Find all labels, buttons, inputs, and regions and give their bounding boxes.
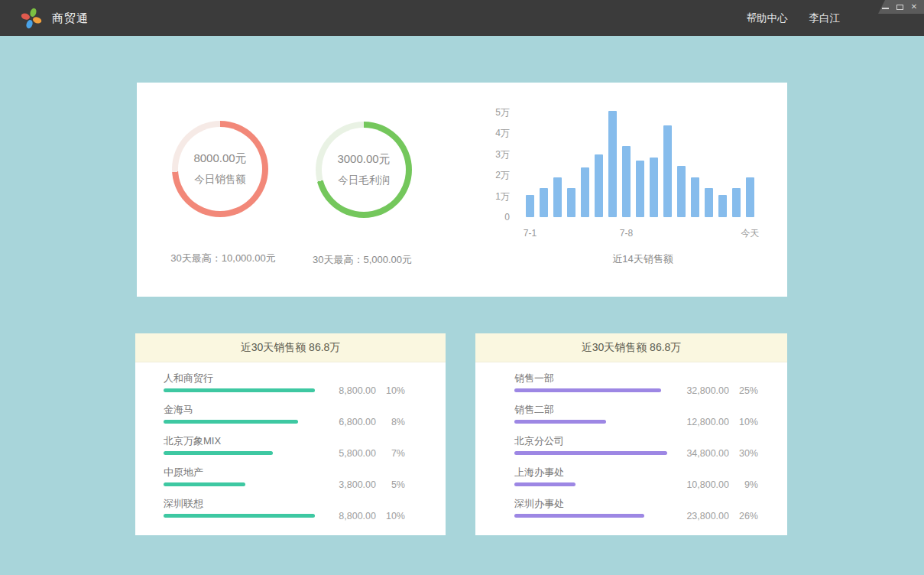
- row-label: 中原地产: [164, 466, 405, 479]
- overview-card: 8000.00元 今日销售额 30天最高：10,000.00元 3000.00元…: [137, 83, 787, 297]
- list-item: 深圳联想8,800.0010%: [164, 498, 405, 529]
- row-label: 金海马: [164, 404, 405, 416]
- user-name-link[interactable]: 李白江: [809, 11, 841, 25]
- row-percent: 10%: [379, 511, 405, 521]
- x-axis-tick: 7-1: [524, 227, 537, 239]
- row-values: 5,800.007%: [316, 448, 405, 459]
- row-percent: 8%: [379, 417, 405, 427]
- progress-track: [514, 388, 667, 392]
- bar: [595, 154, 603, 218]
- progress-bar: [164, 482, 245, 486]
- row-values: 8,800.0010%: [316, 511, 405, 521]
- bar-chart-title: 近14天销售额: [526, 252, 760, 266]
- bar: [540, 188, 548, 218]
- bar: [677, 166, 686, 217]
- row-values: 12,800.0010%: [669, 417, 758, 427]
- help-center-link[interactable]: 帮助中心: [747, 11, 788, 25]
- list-item: 上海办事处10,800.009%: [514, 466, 758, 498]
- progress-track: [514, 482, 667, 486]
- y-axis-tick: 4万: [490, 127, 510, 139]
- bar: [663, 125, 672, 217]
- row-amount: 10,800.00: [669, 479, 729, 490]
- progress-bar: [164, 388, 315, 392]
- row-amount: 23,800.00: [669, 511, 729, 521]
- progress-track: [514, 451, 667, 455]
- row-percent: 10%: [732, 417, 758, 427]
- progress-track: [164, 514, 315, 518]
- row-percent: 10%: [379, 385, 405, 396]
- row-values: 10,800.009%: [669, 479, 758, 490]
- bar: [650, 158, 658, 217]
- bar: [526, 195, 534, 217]
- progress-track: [164, 420, 315, 424]
- sales-bar-chart: 近14天销售额 01万2万3万4万5万7-17-8今天: [490, 106, 773, 281]
- bar: [608, 111, 617, 217]
- progress-bar: [514, 514, 644, 518]
- row-label: 人和商贸行: [164, 372, 405, 385]
- progress-bar: [514, 420, 606, 424]
- bar: [553, 177, 562, 217]
- row-percent: 26%: [732, 511, 758, 521]
- today-profit-donut-center: 3000.00元 今日毛利润: [322, 128, 406, 212]
- row-label: 销售一部: [514, 372, 758, 385]
- progress-bar: [514, 451, 667, 455]
- progress-track: [164, 482, 315, 486]
- app-logo-icon: [20, 7, 43, 30]
- today-sales-value: 8000.00元: [193, 151, 246, 166]
- bar: [691, 177, 699, 217]
- titlebar-menu: 帮助中心 李白江: [747, 0, 841, 36]
- list-item: 人和商贸行8,800.0010%: [164, 372, 405, 404]
- progress-bar: [164, 514, 315, 518]
- today-sales-donut-center: 8000.00元 今日销售额: [178, 127, 262, 211]
- x-axis-tick: 今天: [741, 227, 760, 239]
- row-label: 北京万象MIX: [164, 435, 405, 447]
- row-amount: 34,800.00: [669, 448, 729, 459]
- department-ranking-card: 近30天销售额 86.8万 销售一部32,800.0025%销售二部12,800…: [475, 333, 787, 535]
- bar: [705, 188, 713, 218]
- list-item: 北京分公司34,800.0030%: [514, 435, 758, 466]
- row-amount: 8,800.00: [316, 511, 376, 521]
- today-profit-value: 3000.00元: [337, 152, 390, 167]
- minimize-icon[interactable]: [880, 2, 890, 11]
- bar: [746, 177, 754, 217]
- window-controls: ✕: [878, 0, 924, 14]
- row-label: 深圳联想: [164, 498, 405, 510]
- row-percent: 30%: [732, 448, 758, 459]
- customer-card-title: 近30天销售额 86.8万: [135, 333, 446, 362]
- bar: [581, 167, 589, 217]
- bar: [636, 161, 644, 217]
- row-values: 6,800.008%: [316, 417, 405, 427]
- row-label: 上海办事处: [514, 466, 758, 479]
- bar: [718, 195, 727, 217]
- y-axis-tick: 1万: [490, 190, 510, 203]
- bar: [732, 188, 741, 218]
- close-icon[interactable]: ✕: [909, 2, 919, 11]
- row-amount: 32,800.00: [669, 385, 729, 396]
- maximize-icon[interactable]: [895, 2, 904, 11]
- row-values: 34,800.0030%: [669, 448, 758, 459]
- y-axis-tick: 5万: [490, 106, 510, 119]
- y-axis-tick: 2万: [490, 169, 510, 181]
- today-sales-donut: 8000.00元 今日销售额: [172, 121, 268, 217]
- row-values: 23,800.0026%: [669, 511, 758, 521]
- row-values: 8,800.0010%: [316, 385, 405, 396]
- progress-bar: [514, 388, 661, 392]
- bar: [622, 146, 631, 218]
- profit-30day-max-caption: 30天最高：5,000.00元: [276, 253, 449, 267]
- row-label: 销售二部: [514, 404, 758, 416]
- today-profit-donut: 3000.00元 今日毛利润: [316, 122, 412, 218]
- list-item: 中原地产3,800.005%: [164, 466, 405, 498]
- row-values: 32,800.0025%: [669, 385, 758, 396]
- progress-bar: [164, 420, 298, 424]
- row-percent: 5%: [379, 479, 405, 490]
- department-card-title: 近30天销售额 86.8万: [475, 333, 787, 362]
- title-bar: 商贸通 帮助中心 李白江 ✕: [0, 0, 924, 36]
- row-label: 深圳办事处: [514, 498, 758, 510]
- x-axis-tick: 7-8: [620, 227, 633, 239]
- list-item: 深圳办事处23,800.0026%: [514, 498, 758, 529]
- row-percent: 7%: [379, 448, 405, 459]
- row-label: 北京分公司: [514, 435, 758, 447]
- list-item: 金海马6,800.008%: [164, 404, 405, 435]
- progress-track: [514, 420, 667, 424]
- y-axis-tick: 3万: [490, 148, 510, 161]
